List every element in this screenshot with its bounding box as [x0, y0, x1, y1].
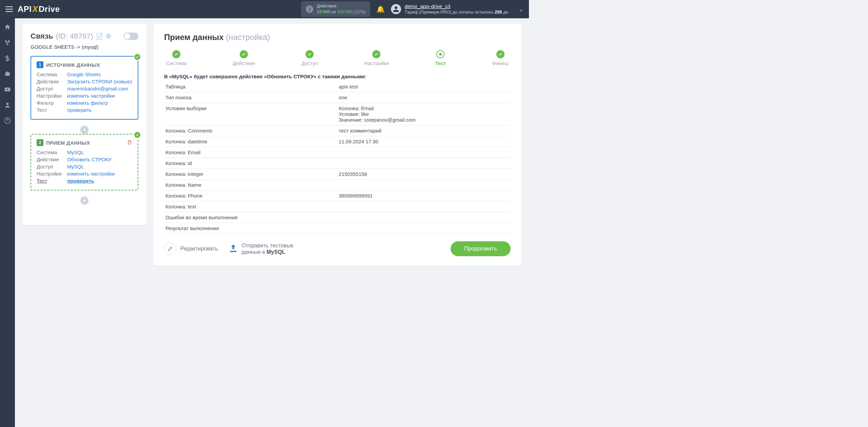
step-settings[interactable]: Настройки: [364, 50, 389, 66]
logo-pre: API: [18, 4, 32, 14]
enable-toggle[interactable]: [123, 33, 138, 40]
send-test-button[interactable]: Отправить тестовые данные в MySQL: [228, 242, 294, 255]
check-icon: [134, 131, 141, 139]
usage-pill[interactable]: i Действия: 22'060 из 100'000 (22%): [301, 1, 370, 17]
table-row: Тип поискаone: [164, 92, 511, 103]
step-access[interactable]: Доступ: [301, 50, 318, 66]
bell-icon[interactable]: 🔔: [376, 5, 385, 13]
step-system[interactable]: Система: [166, 50, 186, 66]
connection-card: Связь (ID: 48797) 📄 ⚙ GOOGLE SHEETS -> (…: [22, 24, 146, 225]
logo-x-icon: X: [32, 4, 39, 14]
table-row: Колонка: id: [164, 158, 511, 169]
delete-icon[interactable]: [127, 140, 132, 146]
left-nav: [0, 18, 15, 427]
continue-button[interactable]: Продолжить: [451, 241, 511, 256]
nav-profile-icon[interactable]: [4, 102, 11, 108]
source-access-link[interactable]: maverickandrii@gmail.com: [67, 86, 128, 92]
table-row: Колонка: Phone380999999991: [164, 190, 511, 201]
connection-title: Связь: [31, 32, 53, 41]
add-destination-button[interactable]: +: [80, 197, 88, 205]
nav-home-icon[interactable]: [4, 24, 11, 30]
source-block[interactable]: 1 ИСТОЧНИК ДАННЫХ СистемаGoogle Sheets Д…: [31, 56, 138, 120]
avatar[interactable]: [391, 4, 401, 14]
nav-help-icon[interactable]: [4, 117, 11, 124]
info-icon: i: [306, 5, 313, 13]
step-number: 1: [37, 61, 43, 68]
table-row: Колонка: Commentsтест комментарий: [164, 125, 511, 136]
dest-test-link[interactable]: проверить: [67, 178, 94, 184]
source-settings-link[interactable]: изменить настройки: [67, 93, 115, 99]
flow-path: GOOGLE SHEETS -> (mysql): [31, 44, 138, 50]
source-action-link[interactable]: Загрузить СТРОКИ (новые): [67, 79, 132, 84]
copy-icon[interactable]: 📄: [96, 33, 103, 40]
edit-button[interactable]: Редактировать: [164, 243, 218, 255]
table-row: Результат выполнения: [164, 223, 511, 234]
check-icon: [134, 53, 141, 61]
table-row: Колонка: Email: [164, 147, 511, 158]
usage-percent: (22%): [354, 9, 366, 14]
usage-total: 100'000: [337, 9, 353, 14]
table-row: Таблицаapix-test: [164, 81, 511, 92]
user-name: demo_apix-drive_s3: [405, 3, 508, 10]
table-row: Колонка: Name: [164, 180, 511, 190]
source-system-link[interactable]: Google Sheets: [67, 72, 101, 77]
logo[interactable]: APIXDrive: [18, 4, 60, 14]
step-action[interactable]: Действие: [233, 50, 255, 66]
source-title: ИСТОЧНИК ДАННЫХ: [46, 62, 100, 68]
svg-point-1: [6, 103, 9, 105]
usage-used: 22'060: [317, 9, 330, 14]
chevron-down-icon[interactable]: ⌄: [518, 5, 524, 13]
tariff-line: Тариф |Премиум PRO| до оплаты осталось 2…: [405, 9, 508, 15]
usage-of: из: [331, 9, 336, 14]
results-table: Таблицаapix-testТип поискаoneУсловия выб…: [164, 81, 511, 234]
step-finish[interactable]: Финиш: [492, 50, 509, 66]
pencil-icon: [164, 243, 176, 255]
page-subtitle: (настройка): [226, 33, 270, 42]
dest-action-link[interactable]: Обновить СТРОКУ: [67, 157, 112, 162]
wizard-steps: Система Действие Доступ Настройки Тест Ф…: [164, 50, 511, 66]
main-panel: Прием данных (настройка) Система Действи…: [153, 24, 521, 266]
table-row: Ошибки во время выполнения: [164, 212, 511, 223]
summary-text: В «MySQL» будет совершено действие «Обно…: [164, 74, 511, 79]
table-row: Колонка: integer2150355158: [164, 169, 511, 180]
connection-id: (ID: 48797): [56, 32, 93, 41]
table-row: Колонка: text: [164, 201, 511, 212]
table-row: Колонка: datetime11.09.2024 17:30: [164, 136, 511, 147]
add-between-button[interactable]: +: [80, 126, 88, 134]
source-test-link[interactable]: проверить: [67, 107, 92, 113]
logo-post: Drive: [39, 4, 60, 14]
source-filter-link[interactable]: изменить фильтр: [67, 100, 108, 106]
menu-toggle[interactable]: [5, 6, 13, 12]
nav-video-icon[interactable]: [4, 86, 11, 93]
dest-system-link[interactable]: MySQL: [67, 149, 84, 155]
nav-briefcase-icon[interactable]: [4, 70, 11, 77]
upload-icon: [228, 243, 238, 254]
nav-connections-icon[interactable]: [4, 39, 11, 46]
dest-settings-link[interactable]: изменить настройки: [67, 171, 115, 177]
usage-label: Действия:: [317, 3, 366, 9]
step-test[interactable]: Тест: [435, 50, 446, 66]
step-number: 2: [37, 139, 43, 146]
gear-icon[interactable]: ⚙: [106, 33, 111, 40]
dest-access-link[interactable]: MySQL: [67, 164, 84, 169]
user-block[interactable]: demo_apix-drive_s3 Тариф |Премиум PRO| д…: [405, 3, 508, 15]
page-title: Прием данных: [164, 33, 224, 42]
nav-billing-icon[interactable]: [4, 55, 11, 62]
dest-title: ПРИЕМ ДАННЫХ: [46, 140, 90, 146]
table-row: Условия выборкиКолонка: EmailУсловие: li…: [164, 103, 511, 125]
destination-block[interactable]: 2 ПРИЕМ ДАННЫХ СистемаMySQL ДействиеОбно…: [31, 134, 138, 190]
